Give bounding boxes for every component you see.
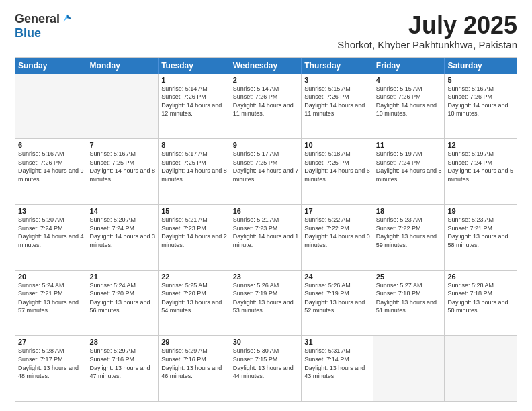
cal-cell: 11Sunrise: 5:19 AMSunset: 7:24 PMDayligh… bbox=[373, 139, 445, 204]
week-row-3: 20Sunrise: 5:24 AMSunset: 7:21 PMDayligh… bbox=[15, 270, 517, 336]
cell-info: Sunrise: 5:16 AMSunset: 7:26 PMDaylight:… bbox=[447, 85, 514, 118]
week-row-4: 27Sunrise: 5:28 AMSunset: 7:17 PMDayligh… bbox=[15, 335, 517, 401]
logo-icon bbox=[61, 13, 73, 26]
header: General Blue July 2025 Shorkot, Khyber P… bbox=[15, 12, 517, 50]
day-number: 11 bbox=[376, 141, 442, 149]
cell-info: Sunrise: 5:16 AMSunset: 7:26 PMDaylight:… bbox=[18, 150, 84, 183]
day-number: 2 bbox=[233, 76, 299, 84]
week-row-1: 6Sunrise: 5:16 AMSunset: 7:26 PMDaylight… bbox=[15, 138, 517, 204]
cell-info: Sunrise: 5:29 AMSunset: 7:16 PMDaylight:… bbox=[90, 347, 156, 380]
cell-info: Sunrise: 5:31 AMSunset: 7:14 PMDaylight:… bbox=[304, 347, 370, 380]
day-number: 7 bbox=[90, 141, 156, 149]
day-number: 5 bbox=[447, 76, 514, 84]
cal-cell: 20Sunrise: 5:24 AMSunset: 7:21 PMDayligh… bbox=[15, 271, 87, 336]
cal-cell: 4Sunrise: 5:15 AMSunset: 7:26 PMDaylight… bbox=[373, 74, 445, 139]
cal-cell bbox=[15, 74, 87, 139]
header-day-monday: Monday bbox=[87, 58, 159, 74]
day-number: 9 bbox=[233, 141, 299, 149]
day-number: 19 bbox=[447, 207, 514, 215]
day-number: 29 bbox=[161, 338, 227, 346]
cal-cell: 14Sunrise: 5:20 AMSunset: 7:24 PMDayligh… bbox=[87, 205, 159, 270]
cal-cell: 26Sunrise: 5:28 AMSunset: 7:18 PMDayligh… bbox=[445, 271, 517, 336]
day-number: 26 bbox=[447, 273, 514, 281]
cal-cell: 6Sunrise: 5:16 AMSunset: 7:26 PMDaylight… bbox=[15, 139, 87, 204]
cell-info: Sunrise: 5:18 AMSunset: 7:25 PMDaylight:… bbox=[304, 150, 370, 183]
cal-cell: 16Sunrise: 5:21 AMSunset: 7:23 PMDayligh… bbox=[230, 205, 302, 270]
day-number: 17 bbox=[304, 207, 370, 215]
cal-cell: 22Sunrise: 5:25 AMSunset: 7:20 PMDayligh… bbox=[159, 271, 230, 336]
cal-cell: 24Sunrise: 5:26 AMSunset: 7:19 PMDayligh… bbox=[302, 271, 373, 336]
header-day-wednesday: Wednesday bbox=[230, 58, 302, 74]
day-number: 27 bbox=[18, 338, 84, 346]
cell-info: Sunrise: 5:24 AMSunset: 7:20 PMDaylight:… bbox=[90, 281, 156, 315]
location-title: Shorkot, Khyber Pakhtunkhwa, Pakistan bbox=[337, 39, 517, 50]
cell-info: Sunrise: 5:23 AMSunset: 7:22 PMDaylight:… bbox=[376, 216, 442, 249]
day-number: 10 bbox=[304, 141, 370, 149]
cell-info: Sunrise: 5:21 AMSunset: 7:23 PMDaylight:… bbox=[233, 216, 299, 249]
cal-cell: 7Sunrise: 5:16 AMSunset: 7:25 PMDaylight… bbox=[87, 139, 159, 204]
day-number: 31 bbox=[304, 338, 370, 346]
cal-cell: 5Sunrise: 5:16 AMSunset: 7:26 PMDaylight… bbox=[445, 74, 517, 139]
cal-cell: 21Sunrise: 5:24 AMSunset: 7:20 PMDayligh… bbox=[87, 271, 159, 336]
day-number: 21 bbox=[90, 273, 156, 281]
cal-cell: 29Sunrise: 5:29 AMSunset: 7:16 PMDayligh… bbox=[159, 336, 230, 401]
cal-cell: 15Sunrise: 5:21 AMSunset: 7:23 PMDayligh… bbox=[159, 205, 230, 270]
cell-info: Sunrise: 5:20 AMSunset: 7:24 PMDaylight:… bbox=[18, 216, 84, 249]
week-row-2: 13Sunrise: 5:20 AMSunset: 7:24 PMDayligh… bbox=[15, 204, 517, 270]
cal-cell: 2Sunrise: 5:14 AMSunset: 7:26 PMDaylight… bbox=[230, 74, 302, 139]
calendar-header: SundayMondayTuesdayWednesdayThursdayFrid… bbox=[15, 58, 517, 74]
day-number: 23 bbox=[233, 273, 299, 281]
cell-info: Sunrise: 5:28 AMSunset: 7:17 PMDaylight:… bbox=[18, 347, 84, 380]
cal-cell: 28Sunrise: 5:29 AMSunset: 7:16 PMDayligh… bbox=[87, 336, 159, 401]
cal-cell: 9Sunrise: 5:17 AMSunset: 7:25 PMDaylight… bbox=[230, 139, 302, 204]
cal-cell: 8Sunrise: 5:17 AMSunset: 7:25 PMDaylight… bbox=[159, 139, 230, 204]
cal-cell: 18Sunrise: 5:23 AMSunset: 7:22 PMDayligh… bbox=[373, 205, 445, 270]
cal-cell: 13Sunrise: 5:20 AMSunset: 7:24 PMDayligh… bbox=[15, 205, 87, 270]
header-day-thursday: Thursday bbox=[302, 58, 373, 74]
day-number: 3 bbox=[304, 76, 370, 84]
cal-cell: 19Sunrise: 5:23 AMSunset: 7:21 PMDayligh… bbox=[445, 205, 517, 270]
cal-cell: 17Sunrise: 5:22 AMSunset: 7:22 PMDayligh… bbox=[302, 205, 373, 270]
cell-info: Sunrise: 5:30 AMSunset: 7:15 PMDaylight:… bbox=[233, 347, 299, 380]
cell-info: Sunrise: 5:17 AMSunset: 7:25 PMDaylight:… bbox=[161, 150, 227, 183]
calendar: SundayMondayTuesdayWednesdayThursdayFrid… bbox=[15, 57, 517, 402]
cell-info: Sunrise: 5:19 AMSunset: 7:24 PMDaylight:… bbox=[447, 150, 514, 183]
cell-info: Sunrise: 5:15 AMSunset: 7:26 PMDaylight:… bbox=[304, 85, 370, 118]
cell-info: Sunrise: 5:22 AMSunset: 7:22 PMDaylight:… bbox=[304, 216, 370, 249]
logo-general-text: General bbox=[15, 12, 60, 26]
logo: General Blue bbox=[15, 12, 73, 40]
day-number: 13 bbox=[18, 207, 84, 215]
cell-info: Sunrise: 5:28 AMSunset: 7:18 PMDaylight:… bbox=[447, 281, 514, 315]
day-number: 18 bbox=[376, 207, 442, 215]
cell-info: Sunrise: 5:21 AMSunset: 7:23 PMDaylight:… bbox=[161, 216, 227, 249]
cal-cell: 25Sunrise: 5:27 AMSunset: 7:18 PMDayligh… bbox=[373, 271, 445, 336]
cell-info: Sunrise: 5:26 AMSunset: 7:19 PMDaylight:… bbox=[304, 281, 370, 315]
week-row-0: 1Sunrise: 5:14 AMSunset: 7:26 PMDaylight… bbox=[15, 74, 517, 139]
cell-info: Sunrise: 5:14 AMSunset: 7:26 PMDaylight:… bbox=[233, 85, 299, 118]
header-day-sunday: Sunday bbox=[15, 58, 87, 74]
day-number: 16 bbox=[233, 207, 299, 215]
cal-cell: 31Sunrise: 5:31 AMSunset: 7:14 PMDayligh… bbox=[302, 336, 373, 401]
cell-info: Sunrise: 5:19 AMSunset: 7:24 PMDaylight:… bbox=[376, 150, 442, 183]
title-section: July 2025 Shorkot, Khyber Pakhtunkhwa, P… bbox=[337, 12, 517, 50]
cell-info: Sunrise: 5:16 AMSunset: 7:25 PMDaylight:… bbox=[90, 150, 156, 183]
day-number: 6 bbox=[18, 141, 84, 149]
day-number: 22 bbox=[161, 273, 227, 281]
month-title: July 2025 bbox=[337, 12, 517, 39]
calendar-body: 1Sunrise: 5:14 AMSunset: 7:26 PMDaylight… bbox=[15, 74, 517, 401]
cal-cell: 27Sunrise: 5:28 AMSunset: 7:17 PMDayligh… bbox=[15, 336, 87, 401]
cell-info: Sunrise: 5:29 AMSunset: 7:16 PMDaylight:… bbox=[161, 347, 227, 380]
cal-cell: 3Sunrise: 5:15 AMSunset: 7:26 PMDaylight… bbox=[302, 74, 373, 139]
day-number: 12 bbox=[447, 141, 514, 149]
header-day-friday: Friday bbox=[373, 58, 445, 74]
cell-info: Sunrise: 5:24 AMSunset: 7:21 PMDaylight:… bbox=[18, 281, 84, 315]
day-number: 28 bbox=[90, 338, 156, 346]
cell-info: Sunrise: 5:15 AMSunset: 7:26 PMDaylight:… bbox=[376, 85, 442, 118]
page: General Blue July 2025 Shorkot, Khyber P… bbox=[0, 0, 532, 411]
day-number: 25 bbox=[376, 273, 442, 281]
cell-info: Sunrise: 5:25 AMSunset: 7:20 PMDaylight:… bbox=[161, 281, 227, 315]
cell-info: Sunrise: 5:17 AMSunset: 7:25 PMDaylight:… bbox=[233, 150, 299, 183]
cal-cell: 23Sunrise: 5:26 AMSunset: 7:19 PMDayligh… bbox=[230, 271, 302, 336]
day-number: 4 bbox=[376, 76, 442, 84]
cal-cell bbox=[373, 336, 445, 401]
